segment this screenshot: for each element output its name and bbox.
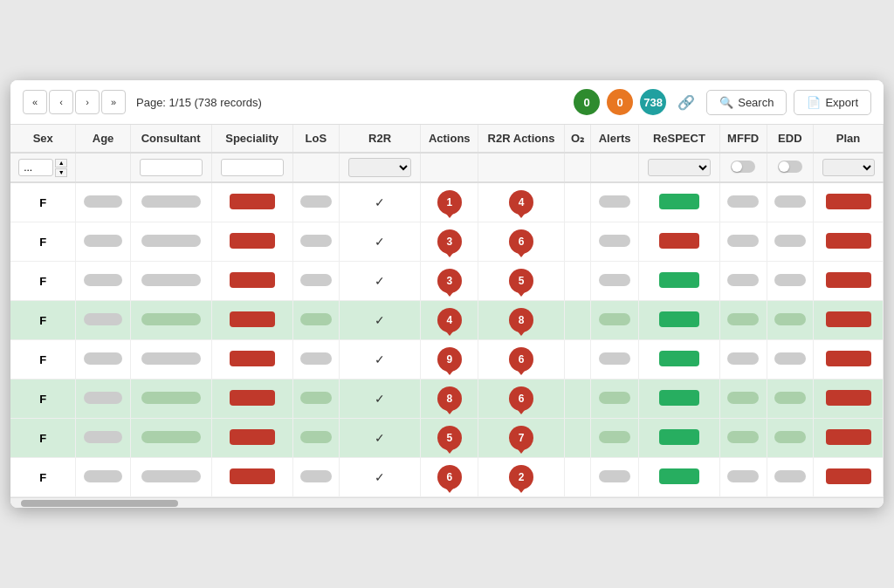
first-page-button[interactable]: « (23, 90, 47, 114)
cell-sex: F (10, 262, 76, 301)
col-consultant: Consultant (130, 125, 211, 153)
table-row: F ✓ 1 4 (10, 182, 884, 222)
horizontal-scrollbar[interactable] (10, 497, 884, 508)
filter-r2r-actions (478, 153, 564, 182)
actions-bubble[interactable]: 9 (437, 347, 462, 372)
cell-speciality (211, 262, 292, 301)
cell-respect (638, 301, 719, 340)
cell-plan (814, 340, 884, 379)
cell-plan (814, 458, 884, 497)
respect-filter-select[interactable] (648, 159, 711, 176)
cell-sex: F (10, 301, 76, 340)
cell-respect (638, 458, 719, 497)
main-table: Sex Age Consultant Speciality LoS R2R Ac… (10, 125, 884, 497)
cell-alerts (591, 301, 639, 340)
mffd-toggle[interactable] (731, 161, 755, 173)
actions-bubble[interactable]: 3 (437, 269, 462, 293)
next-page-button[interactable]: › (75, 90, 100, 114)
cell-mffd (719, 222, 767, 262)
last-page-button[interactable]: » (101, 90, 126, 114)
filter-mffd (719, 153, 767, 182)
cell-actions: 6 (421, 458, 478, 497)
cell-r2r-actions: 7 (478, 419, 564, 458)
edd-toggle[interactable] (778, 161, 802, 173)
r2r-filter-select[interactable] (348, 158, 411, 177)
r2r-actions-bubble[interactable]: 5 (509, 269, 533, 293)
export-button[interactable]: 📄 Export (794, 90, 871, 115)
cell-consultant (130, 262, 211, 301)
cell-edd (767, 340, 814, 379)
main-window: « ‹ › » Page: 1/15 (738 records) 0 0 738… (10, 80, 884, 508)
table-row: F ✓ 3 5 (10, 262, 884, 301)
cell-o2 (564, 222, 591, 262)
scrollbar-thumb[interactable] (21, 500, 178, 507)
cell-r2r-actions: 4 (478, 182, 564, 222)
r2r-actions-bubble[interactable]: 6 (509, 229, 533, 254)
actions-bubble[interactable]: 5 (437, 426, 462, 450)
col-sex: Sex (10, 125, 76, 153)
sex-down-button[interactable]: ▼ (55, 168, 67, 177)
search-button[interactable]: 🔍 Search (706, 90, 787, 115)
cell-o2 (564, 419, 591, 458)
col-r2r: R2R (340, 125, 421, 153)
actions-bubble[interactable]: 6 (437, 465, 462, 489)
consultant-filter-input[interactable] (140, 159, 203, 176)
cell-actions: 1 (421, 182, 478, 222)
cell-speciality (211, 301, 292, 340)
cell-o2 (564, 379, 591, 419)
cell-edd (767, 262, 814, 301)
r2r-actions-bubble[interactable]: 6 (509, 386, 533, 411)
sex-filter-input[interactable] (18, 159, 53, 176)
col-o2: O₂ (564, 125, 591, 153)
cell-alerts (591, 340, 639, 379)
cell-r2r: ✓ (340, 262, 421, 301)
cell-age (76, 340, 130, 379)
prev-page-button[interactable]: ‹ (49, 90, 73, 114)
filter-o2 (564, 153, 591, 182)
filter-plan (814, 153, 884, 182)
filter-speciality (211, 153, 292, 182)
sex-up-button[interactable]: ▲ (55, 159, 67, 168)
actions-bubble[interactable]: 8 (437, 386, 462, 411)
filter-actions (421, 153, 478, 182)
col-mffd: MFFD (719, 125, 767, 153)
cell-r2r-actions: 5 (478, 262, 564, 301)
cell-r2r: ✓ (340, 301, 421, 340)
filter-r2r (340, 153, 421, 182)
cell-los (292, 458, 340, 497)
cell-sex: F (10, 379, 76, 419)
r2r-actions-bubble[interactable]: 2 (509, 465, 533, 489)
cell-los (292, 222, 340, 262)
cell-alerts (591, 419, 639, 458)
actions-bubble[interactable]: 1 (437, 190, 462, 215)
cell-consultant (130, 379, 211, 419)
cell-respect (638, 182, 719, 222)
cell-mffd (719, 182, 767, 222)
sex-spinner: ▲ ▼ (55, 159, 67, 177)
filter-row: ▲ ▼ (10, 153, 884, 182)
cell-plan (814, 379, 884, 419)
table-row: F ✓ 3 6 (10, 222, 884, 262)
r2r-actions-bubble[interactable]: 7 (509, 426, 533, 450)
cell-los (292, 301, 340, 340)
filter-sex: ▲ ▼ (10, 153, 76, 182)
col-r2r-actions: R2R Actions (478, 125, 564, 153)
plan-filter-select[interactable] (822, 159, 875, 176)
cell-speciality (211, 419, 292, 458)
nav-buttons: « ‹ › » (23, 90, 126, 114)
cell-plan (814, 301, 884, 340)
page-info: Page: 1/15 (738 records) (136, 96, 262, 109)
r2r-actions-bubble[interactable]: 6 (509, 347, 533, 372)
actions-bubble[interactable]: 3 (437, 229, 462, 254)
cell-mffd (719, 340, 767, 379)
cell-mffd (719, 262, 767, 301)
speciality-filter-input[interactable] (221, 159, 284, 176)
r2r-actions-bubble[interactable]: 8 (509, 308, 533, 332)
cell-consultant (130, 458, 211, 497)
cell-alerts (591, 182, 639, 222)
r2r-actions-bubble[interactable]: 4 (509, 190, 533, 215)
cell-alerts (591, 222, 639, 262)
col-respect: ReSPECT (638, 125, 719, 153)
actions-bubble[interactable]: 4 (437, 308, 462, 332)
link-icon[interactable]: 🔗 (673, 89, 699, 115)
